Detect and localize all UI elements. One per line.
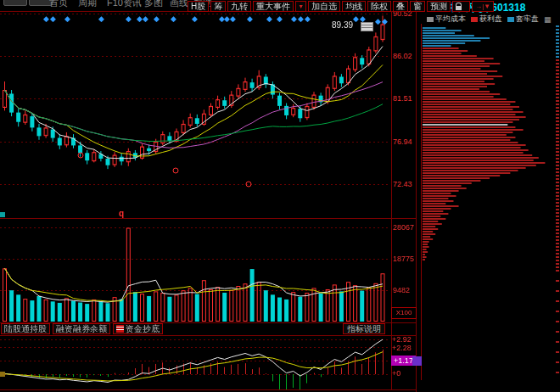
price-tick: 86.02 — [393, 52, 416, 60]
add-watchlist-button[interactable]: 加自选 — [308, 1, 340, 12]
macd-tick: +0 — [392, 369, 416, 378]
overlay-button[interactable]: 叠 — [393, 1, 408, 12]
avg-cost-swatch-icon — [427, 17, 434, 22]
profit-swatch-icon — [471, 17, 478, 22]
candlestick-chart[interactable] — [0, 11, 392, 218]
fund-badge-icon — [116, 325, 124, 333]
chip-distribution-chart[interactable] — [421, 24, 560, 384]
menu-period[interactable]: 周期 — [78, 0, 97, 9]
price-tick: 76.94 — [393, 137, 416, 146]
menu-draw[interactable]: 画线 — [170, 0, 188, 9]
pane-icon[interactable] — [0, 212, 5, 217]
tab-northbound-holdings[interactable]: 陆股通持股 — [1, 323, 50, 334]
trapped-swatch-icon — [507, 17, 514, 22]
indicator-tabs: 陆股通持股 融资融券余额 资金抄底 — [1, 323, 163, 334]
current-price-label: 89.39 — [332, 20, 353, 30]
menu-home[interactable]: 首页 — [49, 0, 68, 9]
major-event-dropdown-icon[interactable]: ▼ — [295, 1, 306, 12]
pane-icon[interactable] — [0, 372, 5, 377]
chip-highlight-marker — [412, 356, 422, 366]
price-tag-icon[interactable] — [361, 22, 373, 31]
q-signal-marker: q — [119, 209, 124, 218]
lock-icon[interactable] — [452, 1, 470, 12]
window-button-tool[interactable]: 窗 — [410, 1, 425, 12]
chart-toolbar: H股 筹 九转 重大事件 ▼ 加自选 均线 除权 叠 窗 预测 →|▼ — [188, 1, 494, 12]
stock-app-window: 首页 周期 F10资讯 多图 画线 帮助 H股 筹 九转 重大事件 ▼ 加自选 … — [0, 0, 560, 392]
grid-icon[interactable]: ▦ — [544, 15, 552, 24]
volume-chart[interactable] — [0, 219, 392, 322]
panel-divider — [416, 0, 417, 392]
ma-button[interactable]: 均线 — [342, 1, 366, 12]
hshare-button[interactable]: H股 — [188, 1, 209, 12]
pane-divider — [0, 335, 416, 336]
volume-tick: 18775 — [393, 255, 416, 263]
exright-button[interactable]: 除权 — [367, 1, 391, 12]
menu-f10[interactable]: F10资讯 — [107, 0, 142, 9]
price-tick: 81.51 — [393, 94, 416, 103]
volume-tick: 9482 — [393, 286, 416, 294]
macd-tick: +2.28 — [392, 344, 416, 352]
price-tick: 72.43 — [393, 180, 416, 188]
volume-tick: 28067 — [393, 223, 416, 232]
chip-button[interactable]: 筹 — [210, 1, 226, 12]
major-event-button[interactable]: 重大事件 — [253, 1, 294, 12]
volume-unit-label: X100 — [391, 307, 417, 319]
exit-icon[interactable]: →|▼ — [472, 1, 494, 12]
forecast-button[interactable]: 预测 — [427, 1, 451, 12]
tab-fund-bottom[interactable]: 资金抄底 — [113, 323, 163, 334]
pane-divider — [0, 389, 416, 390]
indicator-help-button[interactable]: 指标说明 — [343, 323, 385, 334]
macd-chart[interactable] — [0, 337, 392, 389]
nineturn-button[interactable]: 九转 — [227, 1, 251, 12]
axis-divider — [391, 11, 392, 389]
window-button[interactable] — [3, 0, 27, 6]
tab-margin-balance[interactable]: 融资融券余额 — [53, 323, 110, 334]
macd-tick: +2.92 — [392, 335, 416, 344]
menu-multichart[interactable]: 多图 — [144, 0, 163, 9]
